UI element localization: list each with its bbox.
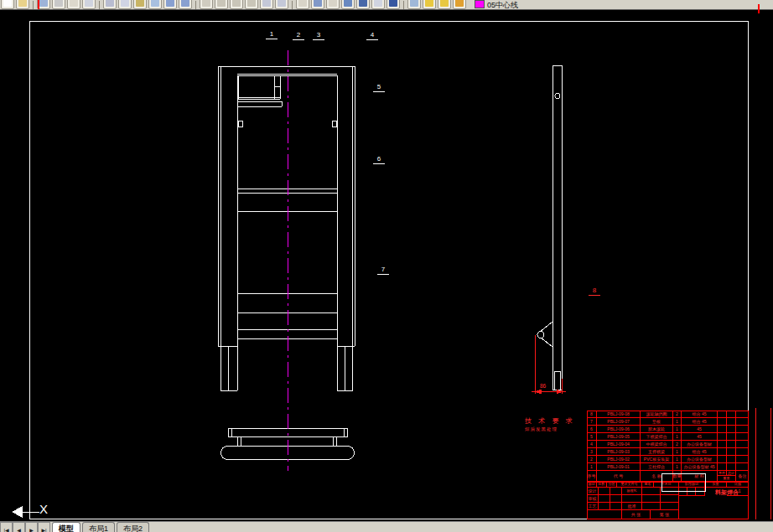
redo-icon	[181, 0, 189, 7]
zoom-in-icon[interactable]	[260, 0, 273, 9]
zoom-out-icon	[278, 0, 286, 7]
dimension-icon[interactable]	[326, 0, 340, 9]
tab-model[interactable]: 模型	[52, 522, 80, 532]
print-preview-icon[interactable]	[67, 0, 80, 9]
hdr-note: 备注	[736, 471, 749, 482]
toolbar-separator	[292, 1, 293, 9]
properties-icon	[389, 0, 397, 7]
technical-note: 技 术 要 求 焊后发黑处理	[525, 416, 575, 432]
parts-row-2-cell: 办公设备型材	[682, 456, 718, 463]
parts-row-5-cell: 45	[682, 433, 718, 441]
tb-process: 工艺	[587, 503, 599, 510]
open-icon	[18, 0, 27, 7]
tb-weight: 质量	[705, 482, 727, 488]
table-icon[interactable]	[311, 0, 324, 9]
parts-row-2-cell: PBLJ-09-02	[597, 456, 641, 463]
undo-icon	[166, 0, 174, 7]
find-icon	[85, 0, 93, 7]
zoom-previous-icon[interactable]	[245, 0, 258, 9]
print-icon	[54, 0, 63, 7]
balloon-5: 5	[373, 83, 385, 92]
render-icon	[410, 0, 418, 7]
format-painter-icon[interactable]	[148, 0, 162, 9]
redo-icon[interactable]	[179, 0, 192, 9]
balloon-2: 2	[293, 31, 304, 40]
layer-control[interactable]: 05中心线	[472, 0, 518, 9]
balloon-6: 6	[373, 155, 385, 164]
pan-icon[interactable]	[200, 0, 213, 9]
toolbar-separator	[99, 1, 100, 9]
light-icon[interactable]	[423, 0, 436, 9]
snap-icon[interactable]	[371, 0, 385, 9]
open-icon[interactable]	[16, 0, 29, 9]
parts-row-4-cell: PBLJ-09-04	[597, 441, 641, 448]
balloon-1: 1	[266, 30, 278, 39]
material-icon[interactable]	[453, 0, 466, 9]
parts-row-8-cell	[718, 411, 727, 418]
dimension-value: 86	[540, 383, 546, 389]
tab-layout2[interactable]: 布局2	[117, 522, 149, 532]
toolbar-separator	[33, 1, 34, 9]
print-icon[interactable]	[52, 0, 65, 9]
tb-approve: 批准	[622, 503, 642, 510]
tab-nav-first[interactable]: |◀	[0, 522, 13, 532]
tb-empty	[610, 488, 622, 495]
note-title: 技 术 要 求	[525, 416, 575, 426]
zoom-window-icon	[232, 0, 241, 7]
cut-icon[interactable]	[103, 0, 117, 9]
parts-row-4-cell: 中横梁焊合	[641, 441, 673, 448]
tab-nav-prev[interactable]: ◀	[13, 522, 25, 532]
parts-row-5-cell	[718, 433, 727, 441]
parts-row-8-cell: PBLJ-09-08	[597, 411, 641, 418]
tb-empty	[642, 503, 661, 510]
roller-hole	[537, 332, 544, 338]
parts-row-3-cell	[727, 448, 736, 456]
parts-row-7-cell	[736, 418, 749, 426]
zoom-previous-icon	[247, 0, 256, 7]
parts-row-3-cell: PBLJ-09-03	[597, 448, 641, 456]
title-block: 8PBLJ-09-08滚轮轴挡圈2组合 457PBLJ-09-07垫板1组合 4…	[587, 408, 749, 519]
parts-row-1-cell: 办公设备型材 45	[682, 463, 718, 471]
layer-color-swatch[interactable]	[475, 0, 485, 8]
zoom-realtime-icon[interactable]	[215, 0, 228, 9]
tb-empty	[642, 488, 661, 495]
cad-application-window: { "toolbar": { "layer_name": "05中心线", "l…	[0, 0, 773, 532]
tab-nav-next[interactable]: ▶	[25, 522, 38, 532]
parts-row-3-cell: 1	[673, 448, 682, 456]
print-preview-icon	[70, 0, 78, 7]
properties-icon[interactable]	[386, 0, 400, 9]
parts-row-6-cell: 胶木滚轮	[641, 426, 673, 433]
tb-check: 审核	[587, 495, 599, 503]
zoom-out-icon[interactable]	[275, 0, 288, 9]
parts-row-3-cell: 3	[587, 448, 597, 456]
parts-row-4-cell	[727, 441, 736, 448]
tb-design: 设计	[587, 488, 599, 495]
parts-row-3-cell	[718, 448, 727, 456]
undo-icon[interactable]	[163, 0, 177, 9]
parts-row-5-cell	[727, 433, 736, 441]
tab-layout1[interactable]: 布局1	[82, 522, 115, 532]
parts-row-8-cell: 组合 45	[682, 411, 718, 418]
parts-row-4-cell: 办公设备型材	[682, 441, 718, 448]
grid-icon[interactable]	[356, 0, 370, 9]
tb-empty	[661, 495, 679, 503]
cut-icon	[106, 0, 114, 7]
parts-row-1-cell	[718, 463, 727, 471]
hdr-weight: 重量	[718, 476, 736, 482]
zoom-window-icon[interactable]	[230, 0, 243, 9]
zoom-realtime-icon	[217, 0, 226, 7]
sun-icon[interactable]	[438, 0, 451, 9]
find-icon[interactable]	[82, 0, 96, 9]
paste-icon[interactable]	[133, 0, 147, 9]
layer-manager-icon[interactable]	[341, 0, 355, 9]
new-icon[interactable]	[1, 0, 14, 9]
copy-icon[interactable]	[118, 0, 132, 9]
text-style-icon[interactable]	[296, 0, 309, 9]
tab-nav-last[interactable]: ▶|	[38, 522, 50, 532]
render-icon[interactable]	[407, 0, 421, 9]
tb-sheets: 共 张	[622, 510, 651, 519]
parts-row-3-cell: 支撑横梁	[641, 448, 673, 456]
parts-row-4-cell	[736, 441, 749, 448]
table-icon	[314, 0, 322, 7]
parts-row-6-cell	[718, 426, 727, 433]
